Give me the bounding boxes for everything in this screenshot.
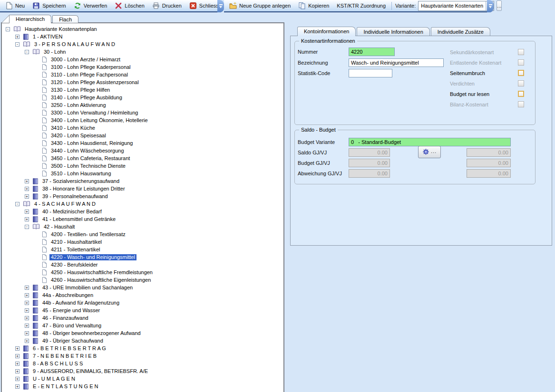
expand-icon[interactable]: + — [25, 194, 29, 199]
expand-icon[interactable]: + — [25, 286, 29, 290]
tree-item[interactable]: +8 - A B S C H L U S S — [2, 360, 283, 367]
tree-item[interactable]: -30 - Lohn — [2, 48, 283, 56]
tree-item-label: 45 - Energie und Wasser — [41, 307, 101, 314]
expand-icon[interactable]: + — [25, 179, 29, 183]
tree-item[interactable]: 3110 - Lohn Pflege Fachpersonal — [2, 71, 283, 78]
tree-item[interactable]: +45 - Energie und Wasser — [2, 306, 283, 314]
expand-icon[interactable]: + — [25, 293, 29, 297]
collapse-icon[interactable]: - — [25, 225, 29, 229]
tree-item[interactable]: 3140 - Lohn Pflege Ausbildung — [2, 94, 283, 101]
tree-item[interactable]: +U - U M L A G E N — [2, 375, 283, 382]
expand-icon[interactable]: + — [15, 369, 19, 373]
tree-item[interactable]: -4 - S A C H A U F W A N D — [2, 200, 283, 208]
expand-icon[interactable]: + — [15, 35, 19, 39]
expand-icon[interactable]: + — [25, 316, 29, 320]
expand-icon[interactable]: + — [15, 354, 19, 358]
tree-item[interactable]: +39 - Personalnebenaufwand — [2, 192, 283, 200]
tree-item-label: 4200 - Textilien- und Textilersatz — [49, 231, 127, 238]
statistik-code-input[interactable] — [349, 69, 392, 77]
tree-item[interactable]: +40 - Medizinischer Bedarf — [2, 208, 283, 215]
tree-item[interactable]: 3130 - Lohn Pflege Hilfen — [2, 86, 283, 94]
tree-item[interactable]: 3250 - Lohn Aktivierung — [2, 101, 283, 109]
tree-item[interactable]: +47 - Büro und Verwaltung — [2, 322, 283, 329]
tree-item[interactable]: 4260 - Hauswirtschaftliche Eigenleistung… — [2, 276, 283, 284]
tree-item[interactable]: 3100 - Lohn Pflege Kaderpersonal — [2, 63, 283, 71]
tree-item[interactable]: 3440 - Lohn Wäschebesorgung — [2, 147, 283, 154]
tree-item[interactable]: 4250 - Hauswirtschaftliche Fremdleistung… — [2, 268, 283, 276]
tree-item[interactable]: +9 - AUSSERORD, EINMALIG, BETRIEBSFR. A/… — [2, 367, 283, 375]
tree-item-selected[interactable]: 4220 - Wasch- und Reinigungsmittel — [2, 253, 283, 261]
tree-item[interactable]: +7 - N E B E N B E T R I E B — [2, 352, 283, 360]
collapse-icon[interactable]: - — [6, 27, 10, 31]
expand-icon[interactable]: + — [25, 324, 29, 328]
collapse-icon[interactable]: - — [25, 50, 29, 54]
tab-hierarchisch[interactable]: Hierarchisch — [9, 15, 51, 23]
toolbar-button-neu[interactable]: Neu — [1, 0, 29, 11]
toolbar-button-speichern[interactable]: Speichern — [29, 0, 70, 11]
budget-variante-input[interactable] — [349, 138, 511, 146]
expand-icon[interactable]: + — [25, 217, 29, 221]
tree-item[interactable]: 3420 - Lohn Speisesaal — [2, 132, 283, 139]
tree-item[interactable]: +48 - Übriger bewohnerbezogener Aufwand — [2, 329, 283, 337]
expand-icon[interactable]: + — [15, 384, 19, 389]
checkbox-budget-nur-lesen[interactable] — [518, 91, 524, 97]
tree-item[interactable]: +1 - AKTIVEN — [2, 33, 283, 40]
tree-item[interactable]: -42 - Haushalt — [2, 223, 283, 230]
tree-item[interactable]: +6 - B E T R I E B S E R T R A G — [2, 344, 283, 352]
toolbar-button-neue-gruppe-anlegen[interactable]: Neue Gruppe anlegen — [225, 0, 294, 11]
expand-icon[interactable]: + — [25, 339, 29, 343]
expand-icon[interactable]: + — [15, 377, 19, 381]
tab-flach[interactable]: Flach — [52, 15, 78, 23]
budget-calc-button[interactable]: ... — [418, 146, 441, 158]
tree-item[interactable]: +41 - Lebensmittel und Getränke — [2, 215, 283, 223]
tree-item[interactable]: 3500 - Lohn Technische Dienste — [2, 162, 283, 170]
tree-item[interactable]: +44b - Aufwand für Anlagenutzung — [2, 299, 283, 306]
tree-item[interactable]: +49 - Übriger Sachaufwand — [2, 337, 283, 344]
toolbar-button-kopieren[interactable]: Kopieren — [294, 0, 333, 11]
tree-item[interactable]: -3 - P E R S O N A L A U F W A N D — [2, 40, 283, 48]
toolbar-button-löschen[interactable]: Löschen — [111, 0, 148, 11]
tree-item[interactable]: 4230 - Berufskleider — [2, 261, 283, 268]
tree-item[interactable]: +37 - Sozialversicherungsaufwand — [2, 177, 283, 185]
tab-individuelle-zusaetze[interactable]: Individuelle Zusätze — [431, 27, 490, 36]
expand-icon[interactable]: + — [25, 210, 29, 214]
tree-item[interactable]: 3300 - Lohn Verwaltung / Heimleitung — [2, 109, 283, 116]
tab-individuelle-informationen[interactable]: Individuelle Informationen — [357, 27, 429, 36]
tree-item[interactable]: 4211 - Toilettenartikel — [2, 246, 283, 253]
tree-item[interactable]: 3000 - Lohn Aerzte / Heimarzt — [2, 56, 283, 63]
tree-item[interactable]: 3430 - Lohn Hausdienst, Reinigung — [2, 139, 283, 147]
toolbar-button-kst-ktr-zuordnung[interactable]: KST/KTR Zuordnung — [333, 0, 389, 11]
book-closed-icon — [32, 208, 39, 215]
expand-icon[interactable]: + — [15, 346, 19, 351]
expand-icon[interactable]: + — [25, 187, 29, 191]
tab-kontoinformationen[interactable]: Kontoinformationen — [297, 27, 356, 36]
tree-item[interactable]: +43 - URE Immobilien und Sachanlagen — [2, 284, 283, 291]
tree-item[interactable]: -Hauptvariante Kostenartenplan — [2, 25, 283, 33]
tree-item[interactable]: 4200 - Textilien- und Textilersatz — [2, 230, 283, 238]
collapse-icon[interactable]: - — [15, 202, 19, 206]
tree-item[interactable]: +46 - Finanzaufwand — [2, 314, 283, 322]
expand-icon[interactable]: + — [25, 301, 29, 305]
toolbar-button-drucken[interactable]: Drucken — [148, 0, 185, 11]
toolbar-overflow-button[interactable] — [487, 0, 494, 12]
tree-item[interactable]: +44a - Abschreibungen — [2, 291, 283, 299]
variante-more-button[interactable]: ... — [497, 0, 502, 11]
tree-item[interactable]: +38 - Honorare für Leistungen Dritter — [2, 185, 283, 192]
expand-icon[interactable]: + — [25, 308, 29, 313]
variante-combobox[interactable]: Hauptvariante Kostenarten▼ — [418, 1, 494, 11]
tree-item[interactable]: +E - E N T L A S T U N G E N — [2, 382, 283, 390]
toolbar-button-verwerfen[interactable]: Verwerfen — [70, 0, 111, 11]
nummer-input[interactable] — [349, 48, 395, 56]
expand-icon[interactable]: + — [25, 331, 29, 335]
tree-item[interactable]: 3400 - Lohn Leitung Ökonomie, Hotellerie — [2, 116, 283, 124]
tree-item[interactable]: 4210 - Haushaltartikel — [2, 238, 283, 246]
tree-item[interactable]: 3510 - Lohn Hauswartung — [2, 170, 283, 177]
toolbar-overflow-button[interactable] — [217, 0, 224, 12]
collapse-icon[interactable]: - — [15, 42, 19, 47]
expand-icon[interactable]: + — [15, 362, 19, 366]
tree-item[interactable]: 3120 - Lohn Pflege Assistenzpersonal — [2, 78, 283, 86]
checkbox-seitenumbruch[interactable] — [518, 70, 524, 76]
tree-item[interactable]: 3410 - Lohn Küche — [2, 124, 283, 132]
bezeichnung-input[interactable] — [349, 58, 444, 67]
tree-item[interactable]: 3450 - Lohn Cafeteria, Restaurant — [2, 154, 283, 162]
